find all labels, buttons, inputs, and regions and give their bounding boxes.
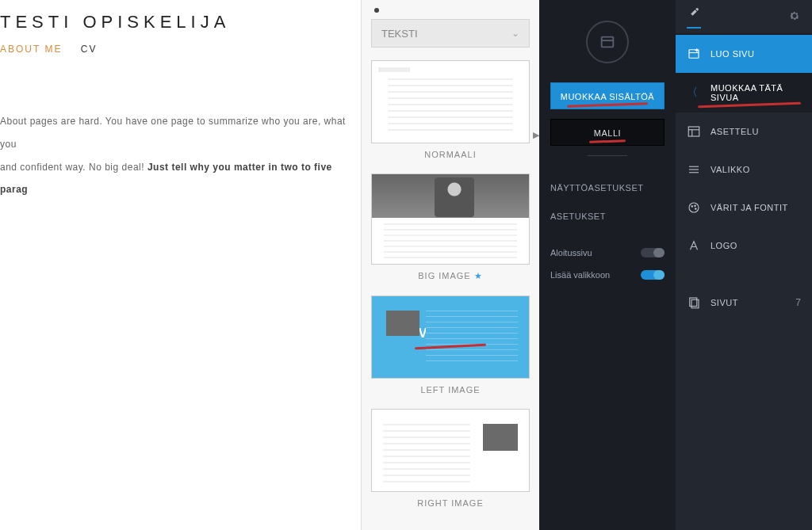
edit-content-button[interactable]: MUOKKAA SISÄLTÖÄ (550, 82, 665, 109)
chevron-down-icon: ⌄ (511, 28, 519, 39)
svg-rect-0 (602, 37, 614, 48)
sidebar-item-logo[interactable]: LOGO (676, 227, 812, 265)
pages-count: 7 (795, 297, 801, 308)
page-body-text: About pages are hard. You have one page … (0, 110, 361, 201)
red-underline-icon (589, 139, 626, 143)
page-actions-panel: ▶ MUOKKAA SISÄLTÖÄ MALLI NÄYTTÖASETUKSET… (539, 0, 676, 530)
menu-icon (687, 162, 701, 177)
template-category-dropdown[interactable]: TEKSTI ⌄ (371, 19, 530, 48)
new-page-icon (687, 47, 701, 61)
addmenu-toggle[interactable] (641, 270, 665, 280)
settings-tab[interactable] (788, 10, 801, 25)
template-option-left-image[interactable]: VALITTU LEFT IMAGE (371, 296, 530, 395)
sidebar-item-menu[interactable]: VALIKKO (676, 151, 812, 189)
display-settings-link[interactable]: NÄYTTÖASETUKSET (539, 173, 676, 202)
toggle-row-startpage: Aloitussivu (539, 242, 676, 264)
template-label: BIG IMAGE ★ (371, 271, 530, 281)
create-page-button[interactable]: LUO SIVU (676, 35, 812, 73)
svg-point-14 (695, 205, 696, 207)
body-line-1: About pages are hard. You have one page … (0, 110, 361, 156)
dropdown-label: TEKSTI (381, 28, 418, 40)
template-button[interactable]: MALLI (550, 119, 665, 146)
logo-a-icon (687, 238, 701, 253)
svg-point-12 (689, 203, 699, 212)
svg-rect-17 (691, 299, 699, 308)
page-type-icon (586, 21, 629, 63)
template-label: RIGHT IMAGE (371, 498, 530, 508)
toggle-label: Aloitussivu (550, 248, 592, 257)
template-thumb (371, 409, 530, 492)
nav-cv[interactable]: CV (81, 44, 98, 55)
svg-rect-6 (688, 127, 699, 136)
wrench-icon (687, 6, 701, 29)
site-nav: ABOUT ME CV (0, 44, 361, 55)
separator (588, 155, 627, 156)
template-option-right-image[interactable]: RIGHT IMAGE (371, 409, 530, 508)
chevron-left-icon: 〈 (687, 86, 698, 100)
edit-this-page-button[interactable]: 〈 MUOKKAA TÄTÄ SIVUA (676, 73, 812, 112)
page-preview: TESTI OPISKELIJA ABOUT ME CV About pages… (0, 0, 361, 530)
tools-tab[interactable] (687, 6, 701, 29)
nav-about[interactable]: ABOUT ME (0, 44, 62, 55)
template-thumb (371, 173, 530, 265)
toggle-row-addmenu: Lisää valikkoon (539, 264, 676, 286)
star-icon: ★ (474, 271, 483, 280)
separator (676, 265, 812, 284)
red-underline-icon (567, 102, 648, 108)
expand-arrow-icon[interactable]: ▶ (533, 130, 539, 140)
sidebar-item-colors-fonts[interactable]: VÄRIT JA FONTIT (676, 189, 812, 227)
template-option-big-image[interactable]: BIG IMAGE ★ (371, 173, 530, 281)
sidebar-top-tabs (676, 0, 812, 35)
template-option-normal[interactable]: NORMAALI (371, 60, 530, 159)
template-label: NORMAALI (371, 150, 530, 159)
red-underline-icon (698, 102, 801, 109)
sidebar-item-pages[interactable]: SIVUT 7 (676, 284, 812, 322)
palette-icon (687, 200, 701, 215)
svg-rect-16 (690, 298, 697, 307)
toggle-label: Lisää valikkoon (550, 270, 610, 280)
svg-point-13 (691, 206, 693, 208)
pages-icon (687, 296, 701, 310)
template-label: LEFT IMAGE (371, 385, 530, 395)
gear-icon (788, 10, 801, 22)
settings-link[interactable]: ASETUKSET (539, 202, 676, 231)
template-thumb (371, 60, 530, 143)
svg-point-15 (695, 208, 697, 210)
main-sidebar: LUO SIVU 〈 MUOKKAA TÄTÄ SIVUA ASETTELU V… (676, 0, 812, 530)
body-line-2: and confident way. No big deal! Just tel… (0, 156, 361, 202)
panel-handle-icon[interactable] (374, 8, 379, 13)
startpage-toggle[interactable] (641, 248, 665, 257)
template-thumb-selected: VALITTU (371, 296, 530, 379)
sidebar-item-layout[interactable]: ASETTELU (676, 112, 812, 151)
layout-icon (687, 124, 701, 139)
site-title: TESTI OPISKELIJA (0, 12, 361, 32)
template-picker-panel: TEKSTI ⌄ NORMAALI BIG IMAGE ★ VALITTU LE… (361, 0, 539, 530)
